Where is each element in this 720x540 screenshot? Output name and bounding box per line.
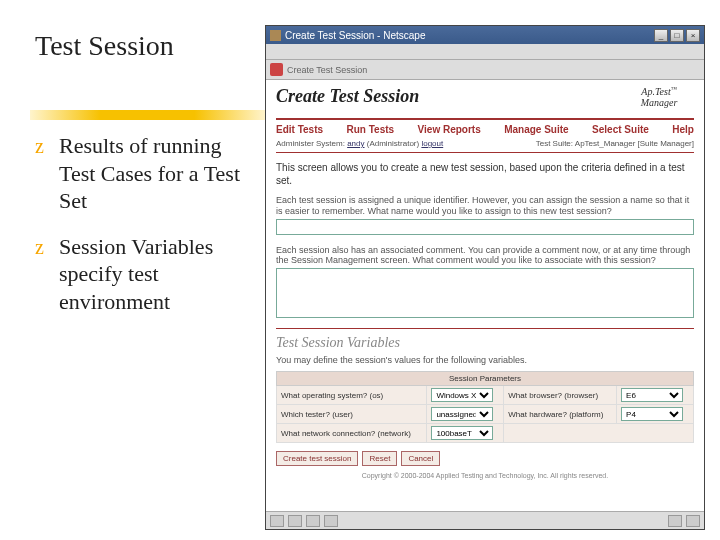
sub-nav: Administer System: andy (Administrator) …: [276, 139, 694, 148]
minimize-button[interactable]: _: [654, 29, 668, 42]
variables-heading: Test Session Variables: [276, 335, 694, 351]
bullet-list: z Results of running Test Cases for a Te…: [35, 132, 255, 315]
nav-edit-tests[interactable]: Edit Tests: [276, 124, 323, 135]
bullet-item: z Session Variables specify test environ…: [35, 233, 255, 316]
status-icon[interactable]: [288, 515, 302, 527]
nav-help[interactable]: Help: [672, 124, 694, 135]
session-name-input[interactable]: [276, 219, 694, 235]
toolbar-label: Create Test Session: [287, 65, 367, 75]
role-label: (Administrator): [365, 139, 422, 148]
os-select[interactable]: Windows XP: [431, 388, 493, 402]
main-nav: Edit Tests Run Tests View Reports Manage…: [276, 124, 694, 135]
table-row: Which tester? (user) unassigned What har…: [277, 405, 694, 424]
close-button[interactable]: ×: [686, 29, 700, 42]
status-icon[interactable]: [306, 515, 320, 527]
browser-toolbar: Create Test Session: [266, 60, 704, 80]
network-select[interactable]: 100baseT: [431, 426, 493, 440]
bullet-text: Session Variables specify test environme…: [59, 234, 213, 314]
browser-menubar[interactable]: [266, 44, 704, 60]
platform-select[interactable]: P4: [621, 407, 683, 421]
session-comment-textarea[interactable]: [276, 268, 694, 318]
logout-link[interactable]: logout: [421, 139, 443, 148]
aptest-logo: Ap.Test™ Manager: [624, 86, 694, 114]
status-icon[interactable]: [324, 515, 338, 527]
nav-select-suite[interactable]: Select Suite: [592, 124, 649, 135]
intro-text: This screen allows you to create a new t…: [276, 161, 694, 187]
z-bullet-icon: z: [35, 134, 44, 159]
user-select[interactable]: unassigned: [431, 407, 493, 421]
divider: [276, 118, 694, 120]
maximize-button[interactable]: □: [670, 29, 684, 42]
page-content: Create Test Session Ap.Test™ Manager Edi…: [266, 80, 704, 511]
param-label: Which tester? (user): [277, 405, 427, 424]
browser-select[interactable]: E6: [621, 388, 683, 402]
nav-view-reports[interactable]: View Reports: [418, 124, 481, 135]
create-session-button[interactable]: Create test session: [276, 451, 358, 466]
page-heading: Create Test Session: [276, 86, 419, 107]
name-prompt: Each test session is assigned a unique i…: [276, 195, 694, 217]
title-underline: [30, 110, 265, 120]
copyright-text: Copyright © 2000-2004 Applied Testing an…: [276, 472, 694, 479]
user-link[interactable]: andy: [347, 139, 364, 148]
param-label: What browser? (browser): [504, 386, 617, 405]
nav-run-tests[interactable]: Run Tests: [347, 124, 395, 135]
param-label: What network connection? (network): [277, 424, 427, 443]
session-parameters-table: Session Parameters What operating system…: [276, 371, 694, 443]
comment-prompt: Each session also has an associated comm…: [276, 245, 694, 267]
connection-icon[interactable]: [686, 515, 700, 527]
table-header: Session Parameters: [277, 372, 694, 386]
cancel-button[interactable]: Cancel: [401, 451, 440, 466]
param-label: What hardware? (platform): [504, 405, 617, 424]
security-icon[interactable]: [668, 515, 682, 527]
table-row: What operating system? (os) Windows XP W…: [277, 386, 694, 405]
param-label: What operating system? (os): [277, 386, 427, 405]
suite-label: Test Suite: ApTest_Manager [Suite Manage…: [536, 139, 694, 148]
bullet-text: Results of running Test Cases for a Test…: [59, 133, 240, 213]
logo-bottom: Manager: [641, 97, 678, 108]
browser-window: Create Test Session - Netscape _ □ × Cre…: [265, 25, 705, 530]
logo-top: Ap.Test: [641, 86, 670, 97]
bullet-item: z Results of running Test Cases for a Te…: [35, 132, 255, 215]
divider: [276, 328, 694, 329]
divider: [276, 152, 694, 153]
z-bullet-icon: z: [35, 235, 44, 260]
app-icon: [270, 30, 281, 41]
admin-label: Administer System:: [276, 139, 347, 148]
reset-button[interactable]: Reset: [362, 451, 397, 466]
status-icon[interactable]: [270, 515, 284, 527]
slide-title: Test Session: [35, 30, 255, 62]
variables-subtext: You may define the session's values for …: [276, 355, 694, 365]
window-titlebar[interactable]: Create Test Session - Netscape _ □ ×: [266, 26, 704, 44]
nav-manage-suite[interactable]: Manage Suite: [504, 124, 568, 135]
stop-icon[interactable]: [270, 63, 283, 76]
table-row: What network connection? (network) 100ba…: [277, 424, 694, 443]
browser-statusbar: [266, 511, 704, 529]
window-title: Create Test Session - Netscape: [285, 30, 654, 41]
